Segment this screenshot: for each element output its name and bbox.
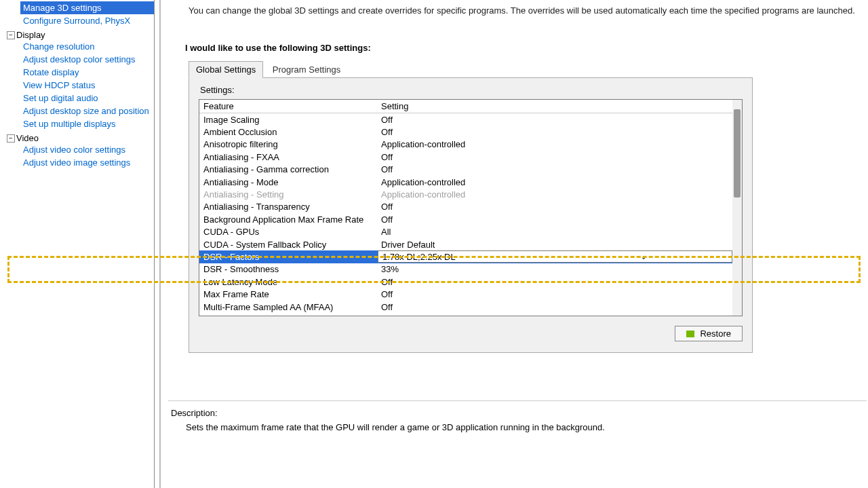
setting-cell: Off — [377, 289, 732, 299]
sidebar: Manage 3D settings Configure Surround, P… — [0, 0, 155, 488]
column-feature[interactable]: Feature — [199, 100, 377, 113]
scrollbar-thumb[interactable] — [734, 109, 741, 198]
setting-cell: Application-controlled — [377, 177, 732, 187]
feature-cell: Antialiasing - Setting — [199, 189, 377, 200]
sidebar-item[interactable]: View HDCP status — [23, 79, 154, 92]
feature-cell: CUDA - System Fallback Policy — [199, 240, 377, 250]
sidebar-item-manage-3d[interactable]: Manage 3D settings — [20, 1, 154, 14]
feature-cell: Low Latency Mode — [199, 277, 377, 287]
sidebar-item[interactable]: Change resolution — [23, 40, 154, 53]
tab-program-settings[interactable]: Program Settings — [266, 62, 347, 77]
nvidia-icon — [686, 331, 694, 337]
sidebar-item[interactable]: Set up multiple displays — [23, 117, 154, 130]
table-row[interactable]: CUDA - GPUsAll — [199, 226, 732, 238]
sidebar-item[interactable]: Adjust video color settings — [23, 143, 154, 156]
setting-cell: Off — [377, 202, 732, 212]
setting-cell: Application-controlled — [377, 139, 732, 149]
feature-cell: Background Application Max Frame Rate — [199, 214, 377, 225]
table-row[interactable]: Ambient OcclusionOff — [199, 126, 732, 138]
setting-cell: Off — [377, 164, 732, 174]
sidebar-item[interactable]: Adjust desktop color settings — [23, 53, 154, 66]
setting-cell: Off — [377, 214, 732, 225]
collapse-icon[interactable]: − — [7, 134, 15, 143]
tabs: Global Settings Program Settings — [189, 61, 867, 78]
restore-button[interactable]: Restore — [675, 326, 743, 341]
table-row[interactable]: Antialiasing - ModeApplication-controlle… — [199, 176, 732, 188]
feature-cell: Max Frame Rate — [199, 289, 377, 299]
table-row[interactable]: Antialiasing - Gamma correctionOff — [199, 164, 732, 176]
table-row[interactable]: Anisotropic filteringApplication-control… — [199, 138, 732, 151]
description-block: Description: Sets the maximum frame rate… — [168, 400, 867, 432]
main-content: You can change the global 3D settings an… — [168, 0, 867, 432]
feature-cell: Antialiasing - Gamma correction — [199, 164, 377, 174]
settings-label: Settings: — [199, 85, 743, 99]
feature-cell: Image Scaling — [199, 115, 377, 125]
section-title: I would like to use the following 3D set… — [168, 29, 867, 61]
feature-cell: Antialiasing - Mode — [199, 177, 377, 187]
feature-cell: Antialiasing - Transparency — [199, 202, 377, 212]
sidebar-item-configure-surround[interactable]: Configure Surround, PhysX — [23, 14, 154, 27]
setting-cell: Off — [377, 127, 732, 137]
description-label: Description: — [168, 408, 867, 418]
table-header: Feature Setting — [199, 100, 742, 113]
sidebar-item[interactable]: Adjust video image settings — [23, 156, 154, 169]
sidebar-item[interactable]: Adjust desktop size and position — [23, 105, 154, 117]
tree-group-video[interactable]: − Video — [7, 133, 154, 143]
table-row[interactable]: Antialiasing - FXAAOff — [199, 151, 732, 163]
setting-cell: Application-controlled — [377, 189, 732, 200]
feature-cell: Multi-Frame Sampled AA (MFAA) — [199, 302, 377, 312]
group-label: Display — [16, 30, 45, 40]
sidebar-item[interactable]: Rotate display — [23, 66, 154, 79]
setting-cell: 33% — [377, 264, 732, 274]
feature-cell: Ambient Occlusion — [199, 127, 377, 137]
feature-cell: Antialiasing - FXAA — [199, 152, 377, 162]
table-row[interactable]: DSR - Factors1.78x DL;2.25x DL⌄ — [199, 250, 732, 263]
settings-panel: Settings: Feature Setting Image ScalingO… — [189, 77, 753, 353]
group-label: Video — [16, 133, 39, 143]
setting-cell: All — [377, 227, 732, 237]
intro-text: You can change the global 3D settings an… — [168, 0, 867, 29]
chevron-down-icon[interactable]: ⌄ — [555, 253, 732, 261]
sidebar-item[interactable]: Set up digital audio — [23, 92, 154, 105]
column-setting[interactable]: Setting — [377, 100, 742, 113]
table-row[interactable]: Antialiasing - SettingApplication-contro… — [199, 188, 732, 200]
setting-cell: Driver Default — [377, 240, 732, 250]
scrollbar[interactable] — [732, 100, 742, 316]
dropdown-value: 1.78x DL;2.25x DL — [378, 252, 555, 262]
setting-cell: Off — [377, 152, 732, 162]
collapse-icon[interactable]: − — [7, 31, 15, 39]
feature-cell: DSR - Smoothness — [199, 264, 377, 274]
description-text: Sets the maximum frame rate that the GPU… — [168, 418, 867, 432]
table-row[interactable]: Image ScalingOff — [199, 113, 732, 126]
table-row[interactable]: Antialiasing - TransparencyOff — [199, 201, 732, 213]
table-row[interactable]: Multi-Frame Sampled AA (MFAA)Off — [199, 301, 732, 313]
table-row[interactable]: Max Frame RateOff — [199, 288, 732, 300]
restore-label: Restore — [700, 329, 731, 339]
setting-cell: Off — [377, 277, 732, 287]
tab-global-settings[interactable]: Global Settings — [189, 61, 263, 78]
table-row[interactable]: CUDA - System Fallback PolicyDriver Defa… — [199, 238, 732, 250]
table-row[interactable]: DSR - Smoothness33% — [199, 263, 732, 276]
table-row[interactable]: Background Application Max Frame RateOff — [199, 213, 732, 225]
table-row[interactable]: Low Latency ModeOff — [199, 276, 732, 288]
feature-cell: CUDA - GPUs — [199, 227, 377, 237]
settings-table: Feature Setting Image ScalingOffAmbient … — [199, 99, 743, 316]
feature-cell: DSR - Factors — [199, 252, 377, 262]
setting-cell: Off — [377, 302, 732, 312]
vertical-divider — [159, 0, 161, 488]
tree-group-display[interactable]: − Display — [7, 30, 154, 40]
setting-dropdown[interactable]: 1.78x DL;2.25x DL⌄ — [378, 250, 732, 263]
table-body: Image ScalingOffAmbient OcclusionOffAnis… — [199, 113, 732, 316]
setting-cell: Off — [377, 115, 732, 125]
feature-cell: Anisotropic filtering — [199, 139, 377, 149]
